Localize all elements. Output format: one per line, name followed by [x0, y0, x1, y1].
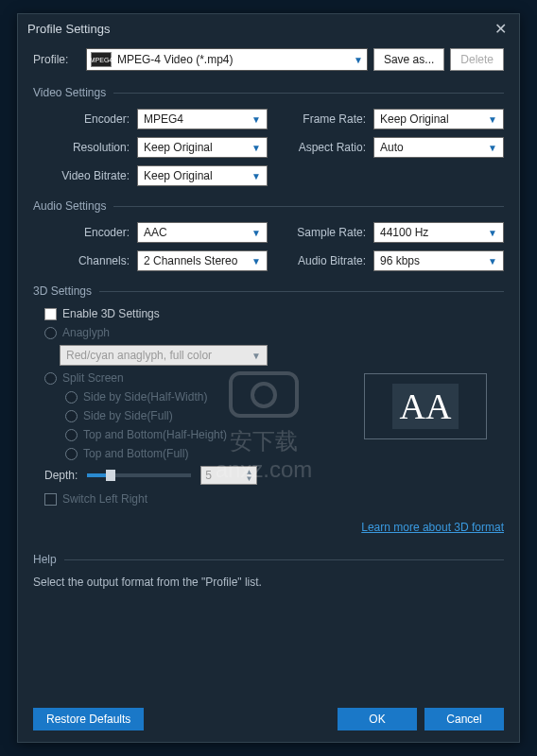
mpeg4-icon: MPEG4 — [91, 52, 112, 67]
resolution-select[interactable]: Keep Original▼ — [137, 137, 268, 158]
tab-half-label: Top and Bottom(Half-Height) — [83, 428, 227, 441]
cancel-button[interactable]: Cancel — [424, 708, 504, 730]
split-screen-radio — [44, 372, 57, 385]
audio-bitrate-label: Audio Bitrate: — [279, 254, 373, 267]
video-bitrate-select[interactable]: Keep Original▼ — [137, 165, 268, 186]
help-section-title: Help — [33, 553, 57, 566]
switch-lr-checkbox — [44, 493, 57, 506]
chevron-down-icon: ▼ — [251, 351, 261, 361]
close-icon[interactable]: ✕ — [491, 19, 510, 38]
learn-more-link[interactable]: Learn more about 3D format — [361, 521, 504, 534]
audio-bitrate-select[interactable]: 96 kbps▼ — [373, 250, 504, 271]
divider — [113, 93, 504, 94]
chevron-down-icon: ▼ — [354, 55, 363, 65]
video-encoder-select[interactable]: MPEG4▼ — [137, 109, 268, 129]
3d-section-title: 3D Settings — [33, 284, 92, 298]
resolution-label: Resolution: — [33, 141, 137, 154]
sbs-half-label: Side by Side(Half-Width) — [83, 390, 207, 404]
ok-button[interactable]: OK — [338, 708, 417, 730]
audio-settings-section: Audio Settings Encoder: AAC▼ Sample Rate… — [33, 199, 504, 271]
channels-label: Channels: — [33, 254, 137, 267]
aspect-ratio-select[interactable]: Auto▼ — [373, 137, 504, 158]
profile-select[interactable]: MPEG4 MPEG-4 Video (*.mp4) ▼ — [86, 48, 368, 71]
divider — [113, 206, 504, 207]
enable-3d-checkbox[interactable] — [44, 308, 57, 320]
frame-rate-label: Frame Rate: — [279, 112, 373, 126]
chevron-down-icon: ▼ — [251, 143, 261, 153]
enable-3d-label: Enable 3D Settings — [62, 307, 160, 320]
tab-full-radio — [65, 448, 78, 460]
frame-rate-select[interactable]: Keep Original▼ — [373, 109, 504, 129]
slider-thumb — [106, 470, 115, 481]
chevron-down-icon: ▼ — [251, 256, 261, 266]
audio-section-title: Audio Settings — [33, 199, 106, 213]
dialog-title: Profile Settings — [27, 22, 491, 36]
aspect-ratio-label: Aspect Ratio: — [279, 141, 373, 154]
sample-rate-select[interactable]: 44100 Hz▼ — [373, 222, 504, 243]
help-text: Select the output format from the "Profi… — [33, 576, 504, 589]
profile-row: Profile: MPEG4 MPEG-4 Video (*.mp4) ▼ Sa… — [33, 48, 504, 71]
sbs-full-radio — [65, 410, 78, 422]
sample-rate-label: Sample Rate: — [279, 226, 373, 239]
anaglyph-radio — [44, 327, 57, 339]
divider — [99, 291, 504, 292]
profile-label: Profile: — [33, 53, 80, 66]
delete-button: Delete — [450, 48, 504, 71]
divider — [64, 559, 504, 560]
tab-full-label: Top and Bottom(Full) — [83, 447, 188, 460]
audio-encoder-select[interactable]: AAC▼ — [137, 222, 268, 243]
3d-preview-text: AA — [392, 384, 459, 429]
titlebar: Profile Settings ✕ — [18, 14, 519, 43]
chevron-down-icon: ▼ — [488, 228, 497, 238]
video-settings-section: Video Settings Encoder: MPEG4▼ Frame Rat… — [33, 86, 504, 186]
switch-lr-label: Switch Left Right — [62, 492, 147, 506]
depth-label: Depth: — [44, 469, 78, 482]
help-section: Help Select the output format from the "… — [33, 553, 504, 589]
split-screen-label: Split Screen — [62, 371, 124, 385]
sbs-full-label: Side by Side(Full) — [83, 409, 173, 422]
chevron-down-icon: ▼ — [488, 256, 497, 266]
audio-encoder-label: Encoder: — [33, 226, 137, 239]
profile-value: MPEG-4 Video (*.mp4) — [117, 53, 348, 66]
chevron-down-icon: ▼ — [488, 143, 497, 153]
channels-select[interactable]: 2 Channels Stereo▼ — [137, 250, 268, 271]
chevron-down-icon: ▼ — [488, 114, 497, 125]
depth-slider — [87, 473, 191, 477]
save-as-button[interactable]: Save as... — [373, 48, 444, 71]
depth-spinner: 5 ▲▼ — [200, 466, 257, 485]
dialog-footer: Restore Defaults OK Cancel — [33, 708, 504, 730]
spinner-arrows-icon: ▲▼ — [245, 469, 252, 482]
chevron-down-icon: ▼ — [251, 228, 261, 238]
tab-half-radio — [65, 429, 78, 441]
chevron-down-icon: ▼ — [251, 171, 261, 181]
anaglyph-mode-select: Red/cyan anaglyph, full color ▼ — [60, 345, 268, 366]
video-bitrate-label: Video Bitrate: — [33, 169, 137, 182]
encoder-label: Encoder: — [33, 112, 137, 126]
restore-defaults-button[interactable]: Restore Defaults — [33, 708, 144, 730]
chevron-down-icon: ▼ — [251, 114, 261, 125]
sbs-half-radio — [65, 391, 78, 404]
3d-preview-box: AA — [364, 373, 487, 439]
profile-settings-dialog: Profile Settings ✕ Profile: MPEG4 MPEG-4… — [17, 13, 520, 743]
anaglyph-label: Anaglyph — [62, 326, 110, 339]
video-section-title: Video Settings — [33, 86, 106, 99]
